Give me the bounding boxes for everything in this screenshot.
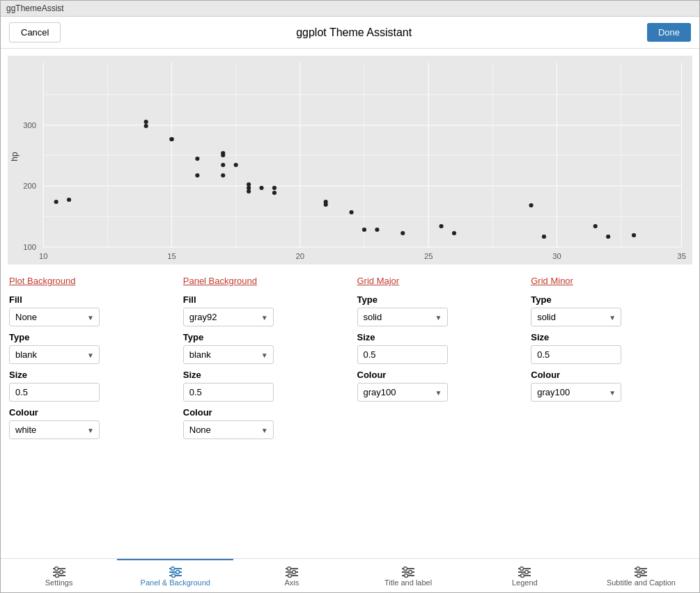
plot-type-select[interactable]: blank solid dashed [9, 345, 100, 364]
title-label-icon [400, 566, 416, 578]
grid-major-section: Grid Major Type blank solid dashed ▼ Siz… [357, 276, 518, 445]
svg-point-38 [195, 173, 199, 177]
gridmajor-type-select[interactable]: blank solid dashed [357, 308, 448, 326]
plot-background-title[interactable]: Plot Background [9, 276, 169, 286]
window-title: ggThemeAssist [6, 3, 64, 13]
panel-type-select[interactable]: blank solid dashed [183, 345, 274, 364]
plot-fill-wrapper: None white gray92 ▼ [9, 308, 100, 326]
plot-type-label: Type [9, 332, 169, 342]
panel-colour-select[interactable]: None white gray92 gray100 [183, 420, 274, 439]
svg-point-89 [525, 571, 529, 574]
gridminor-type-group: Type blank solid dashed ▼ [531, 294, 691, 326]
gridminor-colour-group: Colour None white gray92 gray100 ▼ [531, 370, 691, 402]
svg-point-76 [287, 567, 290, 571]
nav-title-label[interactable]: Title and label [350, 559, 467, 592]
toolbar: Cancel ggplot Theme Assistant Done [1, 17, 699, 49]
svg-point-84 [405, 574, 408, 578]
cancel-button[interactable]: Cancel [9, 22, 61, 42]
nav-axis[interactable]: Axis [233, 559, 350, 592]
controls-grid: Plot Background Fill None white gray92 ▼ [1, 264, 699, 456]
plot-size-input[interactable] [9, 383, 100, 402]
gridminor-colour-select[interactable]: None white gray92 gray100 [531, 383, 621, 402]
nav-subtitle-caption-label: Subtitle and Caption [607, 578, 676, 587]
svg-point-48 [349, 210, 353, 214]
svg-point-70 [171, 567, 174, 571]
panel-type-wrapper: blank solid dashed ▼ [183, 345, 274, 364]
panel-background-section: Panel Background Fill None white gray92 … [183, 276, 343, 445]
plot-colour-select[interactable]: white None gray92 gray100 [9, 420, 100, 439]
chart-area: 100 200 300 10 15 20 25 30 35 hp m [1, 49, 699, 264]
nav-panel-background[interactable]: Panel & Background [117, 559, 233, 592]
svg-point-64 [54, 567, 58, 571]
settings-icon [52, 566, 67, 578]
plot-fill-select[interactable]: None white gray92 [9, 308, 100, 326]
svg-point-95 [641, 571, 645, 574]
svg-point-49 [362, 228, 366, 232]
svg-point-42 [272, 186, 277, 190]
svg-point-59 [54, 200, 59, 204]
svg-point-32 [169, 137, 173, 141]
gridmajor-type-wrapper: blank solid dashed ▼ [357, 308, 448, 326]
plot-colour-label: Colour [9, 407, 169, 418]
titlebar: ggThemeAssist [1, 1, 699, 17]
panel-fill-select[interactable]: None white gray92 [183, 308, 274, 326]
chart-container: 100 200 300 10 15 20 25 30 35 hp m [8, 56, 692, 264]
nav-settings[interactable]: Settings [1, 559, 117, 592]
gridminor-size-group: Size [531, 332, 691, 364]
done-button[interactable]: Done [647, 23, 691, 42]
svg-point-45 [247, 189, 251, 193]
svg-point-55 [542, 235, 546, 239]
svg-point-90 [521, 574, 524, 578]
gridminor-type-wrapper: blank solid dashed ▼ [531, 308, 621, 326]
svg-point-83 [409, 571, 412, 574]
gridminor-type-select[interactable]: blank solid dashed [531, 308, 621, 326]
gridmajor-size-input[interactable] [357, 345, 448, 364]
panel-size-group: Size [183, 370, 343, 402]
plot-size-label: Size [9, 370, 169, 380]
dialog-title: ggplot Theme Assistant [61, 26, 646, 39]
subtitle-caption-icon [633, 566, 648, 578]
gridmajor-colour-select[interactable]: None white gray92 gray100 [357, 383, 448, 402]
svg-point-52 [439, 224, 443, 228]
panel-fill-label: Fill [183, 294, 343, 305]
panel-fill-group: Fill None white gray92 ▼ [183, 294, 343, 326]
panel-size-input[interactable] [183, 383, 274, 402]
plot-background-section: Plot Background Fill None white gray92 ▼ [9, 276, 169, 445]
svg-text:hp: hp [10, 152, 20, 161]
svg-point-50 [375, 228, 379, 232]
gridminor-colour-wrapper: None white gray92 gray100 ▼ [531, 383, 621, 402]
nav-legend-label: Legend [512, 578, 538, 587]
plot-type-wrapper: blank solid dashed ▼ [9, 345, 100, 364]
nav-legend[interactable]: Legend [467, 559, 583, 592]
svg-point-72 [171, 574, 175, 578]
gridmajor-colour-group: Colour None white gray92 gray100 ▼ [357, 370, 518, 402]
grid-major-title[interactable]: Grid Major [357, 276, 518, 286]
panel-colour-label: Colour [183, 407, 343, 418]
panel-background-title[interactable]: Panel Background [183, 276, 343, 286]
svg-point-96 [637, 574, 641, 578]
svg-text:30: 30 [552, 252, 561, 260]
svg-point-94 [637, 567, 640, 571]
scatter-plot: 100 200 300 10 15 20 25 30 35 hp m [8, 56, 692, 264]
svg-text:100: 100 [23, 243, 36, 251]
grid-minor-title[interactable]: Grid Minor [531, 276, 691, 286]
svg-point-36 [221, 163, 225, 167]
gridminor-size-input[interactable] [531, 345, 621, 364]
svg-point-43 [259, 186, 263, 190]
svg-rect-0 [43, 63, 681, 247]
gridmajor-type-label: Type [357, 294, 518, 305]
nav-settings-label: Settings [45, 578, 73, 587]
svg-point-58 [632, 233, 636, 237]
gridmajor-colour-wrapper: None white gray92 gray100 ▼ [357, 383, 448, 402]
panel-type-group: Type blank solid dashed ▼ [183, 332, 343, 364]
panel-type-label: Type [183, 332, 343, 342]
nav-subtitle-caption[interactable]: Subtitle and Caption [583, 559, 699, 592]
svg-point-39 [221, 173, 225, 177]
svg-text:25: 25 [424, 252, 433, 260]
gridminor-size-label: Size [531, 332, 691, 342]
svg-point-53 [452, 231, 456, 235]
svg-text:mpg: mpg [354, 262, 371, 264]
svg-point-56 [593, 224, 598, 228]
svg-point-82 [404, 567, 407, 571]
panel-background-icon [168, 566, 183, 578]
